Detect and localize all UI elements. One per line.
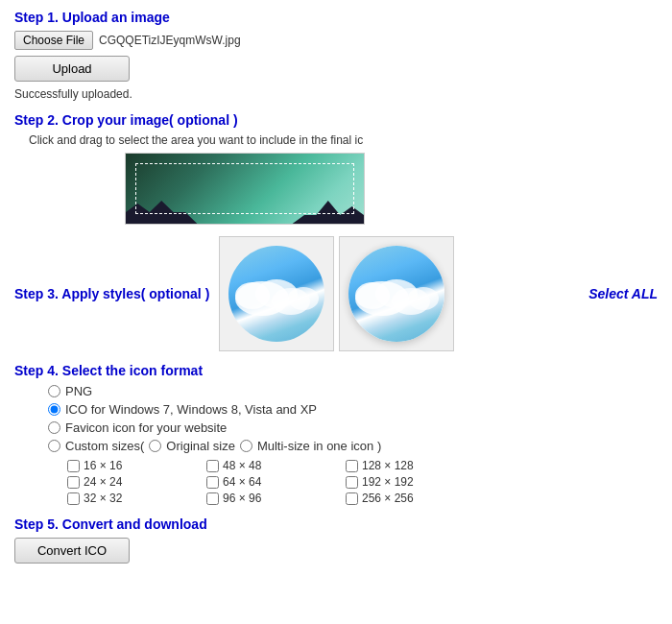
upload-button[interactable]: Upload <box>14 56 130 82</box>
step4-content: PNG ICO for Windows 7, Windows 8, Vista … <box>14 384 658 505</box>
style-icon-border[interactable] <box>339 236 454 351</box>
step4-section: Step 4. Select the icon format PNG ICO f… <box>14 363 658 505</box>
size-256x256-checkbox[interactable] <box>346 492 358 505</box>
format-png-label: PNG <box>65 384 92 398</box>
size-64x64: 64 × 64 <box>206 475 341 489</box>
crop-description: Click and drag to select the area you wa… <box>29 133 658 147</box>
size-64x64-checkbox[interactable] <box>206 476 219 489</box>
format-custom-radio[interactable] <box>48 440 60 452</box>
crop-image-bg <box>126 154 364 224</box>
size-32x32: 32 × 32 <box>67 492 202 505</box>
size-192x192-checkbox[interactable] <box>346 476 358 489</box>
size-32x32-checkbox[interactable] <box>67 492 80 505</box>
filename-display: CGQQETizIJEyqmWsW.jpg <box>99 34 241 47</box>
format-ico-row: ICO for Windows 7, Windows 8, Vista and … <box>29 402 658 417</box>
size-48x48: 48 × 48 <box>206 459 341 472</box>
step1-section: Step 1. Upload an image Choose File CGQQ… <box>14 10 658 101</box>
file-row: Choose File CGQQETizIJEyqmWsW.jpg <box>14 31 658 50</box>
choose-file-button[interactable]: Choose File <box>14 31 93 50</box>
size-96x96-checkbox[interactable] <box>206 492 219 505</box>
size-256x256: 256 × 256 <box>346 492 480 505</box>
step3-row: Step 3. Apply styles( optional ) <box>14 236 658 351</box>
size-192x192: 192 × 192 <box>346 475 480 489</box>
step2-title: Step 2. Crop your image( optional ) <box>14 112 658 128</box>
custom-sizes-row: Custom sizes( Original size Multi-size i… <box>29 439 658 453</box>
size-16x16-label: 16 × 16 <box>84 459 122 472</box>
size-128x128-checkbox[interactable] <box>346 460 358 472</box>
format-favicon-radio[interactable] <box>48 421 60 434</box>
size-24x24-checkbox[interactable] <box>67 476 80 489</box>
svg-point-9 <box>408 287 439 310</box>
success-message: Successfully uploaded. <box>14 87 658 101</box>
format-custom-label: Custom sizes( <box>65 439 144 453</box>
crop-image-container[interactable] <box>125 153 365 225</box>
format-favicon-label: Favicon icon for your website <box>65 420 227 435</box>
select-all-link[interactable]: Select ALL <box>588 286 658 301</box>
original-size-label: Original size <box>166 439 235 453</box>
step4-title: Step 4. Select the icon format <box>14 363 658 378</box>
size-192x192-label: 192 × 192 <box>362 475 414 489</box>
format-png-radio[interactable] <box>48 385 60 397</box>
circle-icon-border-inner <box>348 246 444 342</box>
circle-icon-plain <box>228 246 324 342</box>
size-48x48-label: 48 × 48 <box>223 459 261 472</box>
size-64x64-label: 64 × 64 <box>223 475 261 489</box>
format-ico-label: ICO for Windows 7, Windows 8, Vista and … <box>65 402 317 417</box>
step5-title: Step 5. Convert and download <box>14 516 658 532</box>
size-16x16: 16 × 16 <box>67 459 202 472</box>
size-48x48-checkbox[interactable] <box>206 460 219 472</box>
crop-overlay <box>135 163 354 214</box>
size-256x256-label: 256 × 256 <box>362 492 414 505</box>
step5-section: Step 5. Convert and download Convert ICO <box>14 516 658 564</box>
step2-section: Step 2. Crop your image( optional ) Clic… <box>14 112 658 225</box>
size-96x96-label: 96 × 96 <box>223 492 261 505</box>
format-ico-radio[interactable] <box>48 403 60 416</box>
sizes-grid: 16 × 16 48 × 48 128 × 128 24 × 24 64 × 6… <box>29 459 658 505</box>
original-size-radio[interactable] <box>149 440 161 452</box>
style-icons-row <box>219 236 579 351</box>
circle-icon-border <box>348 246 444 342</box>
size-128x128-label: 128 × 128 <box>362 459 414 472</box>
size-24x24-label: 24 × 24 <box>84 475 122 489</box>
size-24x24: 24 × 24 <box>67 475 202 489</box>
step1-title: Step 1. Upload an image <box>14 10 658 25</box>
circle-icon-plain-inner <box>228 246 324 342</box>
cloud-svg-border <box>348 246 444 342</box>
size-16x16-checkbox[interactable] <box>67 460 80 472</box>
format-favicon-row: Favicon icon for your website <box>29 420 658 435</box>
step3-title: Step 3. Apply styles( optional ) <box>14 286 209 301</box>
step3-section: Step 3. Apply styles( optional ) <box>14 236 658 351</box>
cloud-svg-plain <box>228 246 324 342</box>
convert-button[interactable]: Convert ICO <box>14 538 130 564</box>
size-32x32-label: 32 × 32 <box>84 492 122 505</box>
size-128x128: 128 × 128 <box>346 459 480 472</box>
svg-point-4 <box>288 287 319 310</box>
multisize-radio[interactable] <box>240 440 252 452</box>
size-96x96: 96 × 96 <box>206 492 341 505</box>
multisize-label: Multi-size in one icon ) <box>257 439 381 453</box>
style-icon-plain[interactable] <box>219 236 334 351</box>
format-png-row: PNG <box>29 384 658 398</box>
